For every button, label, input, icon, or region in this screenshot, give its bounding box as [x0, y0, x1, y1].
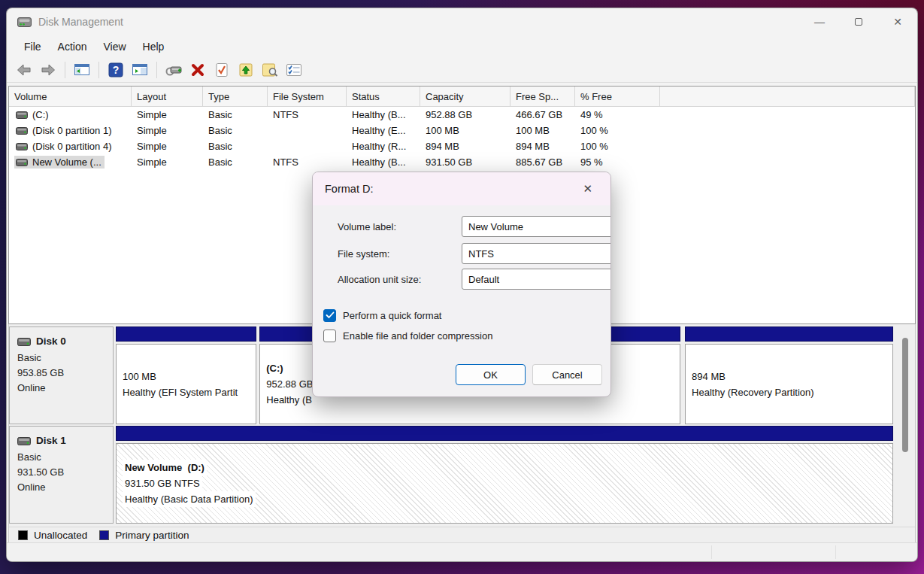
volume-type: Basic [203, 109, 268, 120]
rescan-disks-icon[interactable] [164, 61, 183, 79]
view-options-icon[interactable] [284, 61, 304, 79]
maximize-icon [855, 18, 862, 26]
explore-find-icon[interactable] [260, 61, 280, 79]
help-icon[interactable]: ? [106, 61, 126, 79]
partition-recovery[interactable]: 894 MB Healthy (Recovery Partition) [685, 326, 893, 424]
volume-type: Basic [203, 125, 268, 136]
dialog-close-icon[interactable]: ✕ [577, 179, 598, 199]
primary-partition-swatch [99, 530, 109, 540]
menu-help[interactable]: Help [135, 38, 173, 56]
forward-icon[interactable] [38, 61, 58, 79]
volume-name: (C:) [32, 109, 49, 120]
quick-format-checkbox-row[interactable]: Perform a quick format [323, 308, 442, 323]
compression-checkbox-row[interactable]: Enable file and folder compression [323, 328, 492, 343]
volume-name: New Volume (... [32, 156, 101, 168]
column-header-status[interactable]: Status [347, 87, 420, 106]
volume-row-c[interactable]: (C:) Simple Basic NTFS Healthy (B... 952… [9, 107, 915, 123]
volume-row-partition1[interactable]: (Disk 0 partition 1) Simple Basic Health… [9, 123, 915, 138]
volume-disk-icon [16, 143, 28, 150]
disk-type: Basic [17, 450, 105, 465]
volume-disk-icon [16, 111, 28, 119]
checkbox-checked-icon[interactable] [323, 309, 336, 322]
volume-file-system: NTFS [268, 109, 347, 120]
disk-status: Online [17, 381, 105, 396]
volume-label-input[interactable]: New Volume [462, 216, 611, 237]
volume-free-space: 885.67 GB [510, 156, 575, 168]
volume-layout: Simple [132, 156, 203, 168]
disk-type: Basic [17, 351, 105, 366]
vertical-scrollbar-thumb[interactable] [902, 338, 908, 452]
disk-status: Online [17, 480, 105, 495]
partition-status: Healthy (EFI System Partit [123, 384, 254, 400]
primary-partition-bar [116, 326, 256, 342]
volume-row-new-volume[interactable]: New Volume (... Simple Basic NTFS Health… [9, 154, 915, 170]
allocation-unit-select[interactable]: Default ⌄ [462, 269, 611, 290]
volume-type: Basic [203, 141, 268, 152]
disk-size: 953.85 GB [17, 366, 105, 381]
column-header-volume[interactable]: Volume [9, 87, 132, 106]
volume-pct-free: 95 % [575, 156, 660, 168]
volume-list-header: Volume Layout Type File System Status Ca… [9, 87, 915, 107]
app-disk-icon [17, 17, 32, 27]
show-console-tree-icon[interactable] [72, 61, 92, 79]
allocation-unit-label: Allocation unit size: [338, 274, 421, 285]
unallocated-swatch [18, 530, 28, 540]
volume-layout: Simple [132, 141, 203, 152]
column-header-filler [660, 87, 915, 106]
column-header-pct-free[interactable]: % Free [575, 87, 660, 106]
partition-size: 894 MB [692, 369, 891, 384]
menu-view[interactable]: View [95, 38, 134, 56]
export-up-icon[interactable] [236, 61, 256, 79]
partition-new-volume-d[interactable]: New Volume (D:) 931.50 GB NTFS Healthy (… [116, 426, 893, 524]
volume-capacity: 894 MB [420, 141, 510, 152]
titlebar: Disk Management — ✕ [7, 8, 917, 35]
volume-file-system: NTFS [268, 156, 347, 168]
disk-size: 931.50 GB [17, 465, 105, 480]
partition-efi[interactable]: 100 MB Healthy (EFI System Partit [116, 326, 256, 424]
format-dialog: Format D: ✕ Volume label: New Volume Fil… [312, 172, 611, 397]
properties-check-icon[interactable] [212, 61, 232, 79]
column-header-layout[interactable]: Layout [132, 87, 203, 106]
column-header-capacity[interactable]: Capacity [420, 87, 510, 106]
volume-capacity: 952.88 GB [420, 109, 510, 120]
column-header-type[interactable]: Type [203, 87, 268, 106]
format-dialog-titlebar: Format D: ✕ [313, 172, 610, 205]
volume-layout: Simple [132, 109, 203, 120]
window-title: Disk Management [38, 16, 123, 28]
close-button[interactable]: ✕ [878, 8, 917, 35]
ok-button[interactable]: OK [456, 364, 526, 385]
volume-label-label: Volume label: [338, 221, 396, 232]
volume-row-partition4[interactable]: (Disk 0 partition 4) Simple Basic Health… [9, 138, 915, 154]
desktop: { "window": { "title": "Disk Management"… [0, 0, 924, 574]
back-icon[interactable] [14, 61, 34, 79]
volume-name: (Disk 0 partition 1) [32, 125, 111, 136]
quick-format-label: Perform a quick format [343, 310, 442, 321]
disk0-info-panel[interactable]: Disk 0 Basic 953.85 GB Online [9, 326, 114, 424]
volume-status: Healthy (E... [347, 125, 420, 136]
compression-label: Enable file and folder compression [343, 330, 492, 342]
disk-icon [17, 338, 31, 346]
menu-file[interactable]: File [16, 38, 50, 56]
delete-volume-icon[interactable] [188, 61, 208, 79]
minimize-button[interactable]: — [800, 8, 839, 35]
partition-label: New Volume (D:) [123, 460, 207, 475]
menu-action[interactable]: Action [50, 38, 95, 56]
svg-text:?: ? [113, 64, 120, 76]
column-header-file-system[interactable]: File System [268, 87, 347, 106]
toolbar-separator [65, 62, 65, 78]
checkbox-unchecked-icon[interactable] [323, 330, 336, 342]
format-dialog-title: Format D: [325, 183, 373, 195]
volume-status: Healthy (B... [347, 109, 420, 120]
column-header-free-space[interactable]: Free Sp... [510, 87, 575, 106]
maximize-button[interactable] [839, 8, 878, 35]
disk-icon [17, 437, 31, 445]
toolbar-separator [98, 62, 99, 78]
cancel-button[interactable]: Cancel [532, 364, 602, 385]
show-action-pane-icon[interactable] [130, 61, 150, 79]
disk1-info-panel[interactable]: Disk 1 Basic 931.50 GB Online [9, 426, 114, 524]
volume-free-space: 100 MB [510, 125, 575, 136]
status-bar [7, 542, 917, 561]
disk-name: Disk 0 [36, 334, 66, 349]
file-system-select[interactable]: NTFS ⌄ [462, 243, 611, 264]
volume-capacity: 100 MB [420, 125, 510, 136]
